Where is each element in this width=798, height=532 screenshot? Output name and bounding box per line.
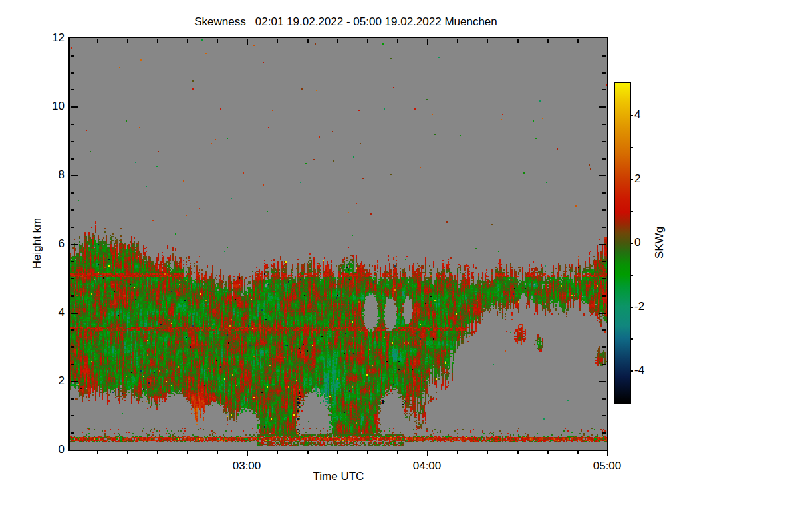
colorbar-tick — [630, 147, 633, 148]
colorbar-tick-label: 2 — [634, 172, 664, 186]
x-axis-tick — [217, 450, 218, 454]
x-axis-tick — [397, 39, 398, 43]
y-tick-label: 8 — [26, 168, 65, 182]
y-axis-tick — [71, 141, 74, 142]
x-axis-tick — [547, 39, 549, 43]
x-axis-tick — [217, 39, 218, 43]
y-axis-tick — [602, 209, 606, 211]
colorbar-tick — [630, 211, 633, 212]
x-axis-tick — [577, 450, 579, 454]
y-axis-tick — [71, 398, 74, 400]
y-axis-tick — [602, 192, 606, 194]
x-tick-label: 04:00 — [404, 459, 450, 473]
colorbar-tick-label: 4 — [634, 108, 664, 122]
x-axis-tick — [427, 39, 428, 45]
colorbar-gradient — [615, 83, 630, 402]
page-title: Skewness 02:01 19.02.2022 - 05:00 19.02.… — [0, 15, 692, 29]
y-axis-tick — [71, 415, 74, 416]
y-axis-tick — [71, 55, 74, 57]
x-tick-label: 03:00 — [223, 459, 270, 473]
x-axis-tick — [307, 450, 309, 454]
y-axis-tick — [71, 209, 74, 211]
x-axis-tick — [487, 39, 488, 43]
x-tick-label: 05:00 — [584, 459, 630, 473]
y-axis-tick — [602, 398, 606, 400]
y-axis-tick — [602, 158, 606, 160]
colorbar-tick — [630, 243, 633, 244]
y-axis-tick — [602, 141, 606, 142]
x-axis-tick — [397, 450, 398, 454]
y-axis-tick — [602, 415, 606, 416]
colorbar-tick — [630, 179, 633, 180]
colorbar-tick — [630, 307, 633, 308]
y-axis-tick — [71, 106, 78, 108]
x-axis-tick — [607, 39, 608, 45]
colorbar-tick-label: 0 — [634, 235, 664, 250]
y-axis-tick — [599, 381, 606, 382]
x-axis-tick — [247, 450, 248, 456]
y-tick-label: 2 — [26, 374, 65, 388]
x-axis-tick — [277, 450, 278, 454]
y-axis-tick — [602, 295, 606, 297]
x-axis-tick — [367, 39, 368, 43]
colorbar-tick — [630, 115, 633, 116]
x-axis-tick — [307, 39, 309, 43]
y-axis-tick — [71, 244, 78, 245]
x-axis-tick — [277, 39, 278, 43]
x-axis-tick — [487, 450, 488, 454]
y-axis-tick — [599, 313, 606, 314]
y-axis-tick — [71, 295, 74, 297]
colorbar-tick — [630, 338, 633, 340]
skewness-heatmap-canvas — [70, 38, 607, 450]
x-axis-tick — [187, 39, 188, 43]
x-axis-label: Time UTC — [299, 469, 378, 484]
y-tick-label: 12 — [26, 31, 65, 45]
y-axis-tick — [599, 106, 606, 108]
y-axis-tick — [71, 158, 74, 160]
y-axis-tick — [602, 227, 606, 228]
y-axis-tick — [602, 278, 606, 279]
x-axis-tick — [157, 450, 158, 454]
y-axis-tick — [602, 72, 606, 74]
x-axis-tick — [367, 450, 368, 454]
y-axis-tick — [599, 175, 606, 176]
y-axis-tick — [602, 261, 606, 262]
y-tick-label: 4 — [26, 305, 65, 320]
x-axis-tick — [337, 39, 338, 43]
y-axis-tick — [602, 329, 606, 331]
x-axis-tick — [607, 450, 608, 456]
y-axis-tick — [602, 346, 606, 348]
y-axis-tick — [602, 124, 606, 125]
x-axis-tick — [337, 450, 338, 454]
y-axis-tick — [71, 89, 74, 90]
y-axis-tick — [71, 329, 74, 331]
x-axis-tick — [517, 450, 519, 454]
x-axis-tick — [97, 39, 98, 43]
y-axis-tick — [71, 261, 74, 262]
colorbar-tick-label: -4 — [634, 363, 664, 378]
y-axis-tick — [71, 227, 74, 228]
x-axis-tick — [157, 39, 158, 43]
y-axis-tick — [602, 89, 606, 90]
colorbar-tick-label: -2 — [634, 299, 664, 314]
y-axis-tick — [602, 55, 606, 57]
x-axis-tick — [457, 450, 458, 454]
colorbar-tick — [630, 370, 633, 372]
y-axis-tick — [599, 244, 606, 245]
x-axis-tick — [547, 450, 549, 454]
colorbar-tick — [630, 275, 633, 276]
x-axis-tick — [517, 39, 519, 43]
y-axis-tick — [71, 72, 74, 74]
y-axis-tick — [71, 192, 74, 194]
y-axis-tick — [71, 346, 74, 348]
y-axis-tick — [71, 432, 74, 434]
y-tick-label: 10 — [26, 99, 65, 114]
x-axis-tick — [427, 450, 428, 456]
x-axis-tick — [127, 39, 128, 43]
skewness-plot-figure: Skewness 02:01 19.02.2022 - 05:00 19.02.… — [0, 0, 798, 532]
y-axis-tick — [71, 381, 78, 382]
y-axis-tick — [71, 364, 74, 365]
x-axis-tick — [577, 39, 579, 43]
x-axis-tick — [247, 39, 248, 45]
y-axis-tick — [71, 124, 74, 125]
